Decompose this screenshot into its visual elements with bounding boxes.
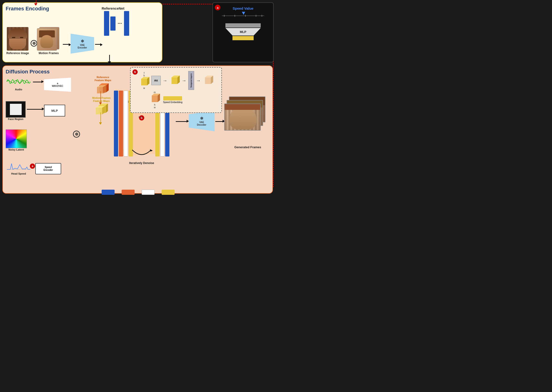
generated-frames-stack [224, 97, 267, 144]
wav2vec-box: ❄ WAV2VEC [44, 78, 71, 92]
att-label: Att [154, 79, 158, 82]
attention-detail-box: b f h w Att [130, 67, 222, 113]
m-label: m [154, 91, 155, 94]
funnel-bottom-yellow [232, 36, 254, 40]
wav2vec-label: WAV2VEC [52, 85, 63, 87]
reference-image-label: Reference Image [6, 51, 29, 55]
ref-feature-cube [96, 83, 110, 96]
svg-marker-20 [205, 77, 211, 84]
mlp-diff-label: MLP [51, 109, 58, 112]
frames-encoding-section: Frames Encoding Reference Image ⊕ [2, 2, 162, 62]
bar3 [124, 11, 129, 36]
reference-face-img [7, 27, 28, 51]
vae-encoder-shape: ❄ VAEEncoder [70, 34, 94, 54]
speed-embedding-bar [163, 96, 182, 100]
attention-flow: f h w Att → [139, 71, 219, 90]
speed-embedding-label: Speed Embedding [163, 101, 182, 104]
funnel-middle: MLP [225, 28, 261, 35]
head-speed-label: Head Speed [6, 172, 32, 175]
frames-encoding-title: Frames Encoding [6, 6, 159, 12]
face-region-label: Face Region [6, 118, 26, 120]
arrow-down-from-refnet [109, 55, 110, 62]
audio-label: Audio [6, 88, 32, 91]
speed-encoder-label: SpeedEncoder [43, 166, 53, 172]
slider-thumb [242, 12, 245, 15]
noisy-latent-container: Noisy Latent [6, 129, 27, 151]
temporal-layers-bar: Temporal layers [188, 71, 194, 90]
iter-denoise-label: Iteratively Denoise [127, 161, 156, 165]
arrow-face-mlp [27, 109, 43, 110]
motion-feature-cubes [94, 104, 109, 117]
svg-marker-13 [150, 149, 153, 152]
speed-encoder-box: SpeedEncoder [35, 163, 61, 174]
funnel-top-gray [225, 23, 261, 28]
generated-frames-label: Generated Frames [224, 145, 271, 149]
reference-image-container: Reference Image [6, 27, 29, 55]
motion-feature-maps-container: Motion FramesFeature Maps [92, 97, 111, 117]
speed-slider[interactable] [222, 13, 264, 19]
legend-blue [102, 190, 115, 195]
motion-frames-container: Motion Frames [37, 27, 61, 55]
legend-orange [122, 190, 135, 195]
svg-marker-23 [152, 96, 158, 102]
arrow-audio-wav [33, 82, 42, 82]
slider-track [222, 15, 264, 16]
temporal-layers-label: Temporal layers [190, 73, 192, 88]
arrow-head-down [34, 3, 37, 6]
generated-frames-container: Generated Frames [224, 97, 271, 153]
diffusion-process-section: Diffusion Process Audio Face Region Nois… [2, 65, 273, 194]
badge-a-diff: a [30, 163, 35, 169]
face-region-box [6, 101, 26, 118]
snowflake-icon: ❄ [81, 39, 84, 44]
reference-net-bars: ··· [104, 11, 129, 36]
motion-frames-stack [37, 27, 61, 51]
main-container: Frames Encoding Reference Image ⊕ [0, 0, 276, 196]
mlp-funnel: MLP [225, 23, 261, 40]
mlp-box-diff: MLP [44, 105, 65, 117]
arrowhead-refnet-down [108, 61, 111, 64]
audio-container: Audio [6, 77, 32, 91]
noisy-latent-box [6, 129, 27, 148]
legend-white [142, 190, 154, 195]
speed-section: a Speed Value MLP [212, 2, 274, 62]
head-speed-svg [6, 160, 32, 171]
att-box: Att [151, 76, 161, 85]
svg-marker-14 [141, 79, 147, 85]
legend-yellow [162, 190, 175, 195]
face-region-container: Face Region [6, 101, 26, 120]
f-label: f [144, 72, 145, 74]
badge-a-speed: a [215, 5, 220, 10]
vae-decoder-container: ❄ VAEDecoder [189, 111, 215, 131]
iter-denoise-container: Iteratively Denoise [127, 149, 156, 165]
arrowhead-to-bars [100, 43, 103, 46]
motion-feature-maps-label: Motion FramesFeature Maps [92, 97, 111, 103]
speed-value-title: Speed Value [233, 6, 253, 10]
bar1 [104, 11, 109, 36]
w-label: w [143, 87, 145, 89]
reference-net-label: ReferenceNet [102, 6, 125, 10]
mlp-label: MLP [240, 30, 246, 34]
noisy-latent-label: Noisy Latent [6, 148, 27, 151]
face-region-inner [10, 104, 22, 115]
vae-encoder-container: ❄ VAEEncoder [70, 34, 94, 54]
dots-separator: ··· [118, 21, 122, 27]
svg-marker-4 [97, 87, 103, 93]
legend-bar [102, 190, 175, 195]
vae-decoder-label: VAEDecoder [197, 121, 206, 126]
audio-wave-svg [6, 77, 32, 87]
head-speed-container: Head Speed [6, 160, 32, 175]
plus-operator: ⊕ [31, 40, 37, 47]
bar2 [110, 16, 116, 31]
badge-b-detail: b [133, 70, 138, 75]
vae-encoder-label: VAEEncoder [78, 44, 87, 49]
backbone-dots: ··· [138, 114, 143, 120]
svg-marker-17 [172, 77, 177, 84]
svg-marker-10 [96, 108, 102, 114]
motion-frames-label: Motion Frames [39, 51, 59, 55]
vae-decoder-shape: ❄ VAEDecoder [189, 111, 215, 131]
plus-circle-diff: ⊕ [73, 131, 80, 138]
red-arrow-down [36, 0, 36, 3]
